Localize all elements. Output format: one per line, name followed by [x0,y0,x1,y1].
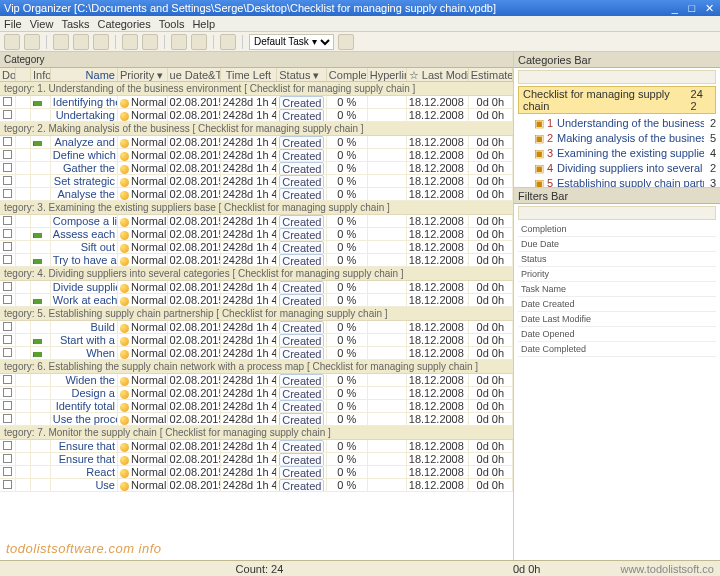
table-row[interactable]: Identify total Normal 02.08.2015 2428d 1… [0,400,513,413]
category-item[interactable]: ▣ 2 Making analysis of the business 5 [518,131,716,146]
toolbar-print-icon[interactable] [171,34,187,50]
table-row[interactable]: When Normal 02.08.2015 2428d 1h 41m Crea… [0,347,513,360]
table-row[interactable]: React Normal 02.08.2015 2428d 1h 41m Cre… [0,466,513,479]
done-checkbox[interactable] [3,454,12,463]
done-checkbox[interactable] [3,255,12,264]
column-header[interactable]: Info [31,68,51,81]
done-checkbox[interactable] [3,176,12,185]
menu-file[interactable]: File [4,18,22,30]
column-header[interactable]: Hyperlink [368,68,407,81]
task-grid[interactable]: tegory: 1. Understanding of the business… [0,82,513,560]
column-header[interactable]: Priority ▾ [118,68,168,81]
toolbar-category-icon[interactable] [220,34,236,50]
done-checkbox[interactable] [3,348,12,357]
table-row[interactable]: Design a Normal 02.08.2015 2428d 1h 41m … [0,387,513,400]
toolbar-find-icon[interactable] [191,34,207,50]
filter-item[interactable]: Priority [518,267,716,282]
done-checkbox[interactable] [3,216,12,225]
toolbar-redo-icon[interactable] [142,34,158,50]
menu-tools[interactable]: Tools [159,18,185,30]
done-checkbox[interactable] [3,401,12,410]
category-root[interactable]: Checklist for managing supply chain 24 2 [518,86,716,114]
done-checkbox[interactable] [3,467,12,476]
done-checkbox[interactable] [3,335,12,344]
filter-item[interactable]: Due Date [518,237,716,252]
filter-item[interactable]: Date Opened [518,327,716,342]
table-row[interactable]: Use Normal 02.08.2015 2428d 1h 41m Creat… [0,479,513,492]
done-checkbox[interactable] [3,242,12,251]
menu-view[interactable]: View [30,18,54,30]
group-header[interactable]: tegory: 1. Understanding of the business… [0,82,513,96]
filter-item[interactable]: Status [518,252,716,267]
filter-item[interactable]: Date Created [518,297,716,312]
table-row[interactable]: Analyze and Normal 02.08.2015 2428d 1h 4… [0,136,513,149]
table-row[interactable]: Start with a Normal 02.08.2015 2428d 1h … [0,334,513,347]
table-row[interactable]: Compose a list Normal 02.08.2015 2428d 1… [0,215,513,228]
done-checkbox[interactable] [3,295,12,304]
table-row[interactable]: Divide supplier Normal 02.08.2015 2428d … [0,281,513,294]
table-row[interactable]: Analyse the Normal 02.08.2015 2428d 1h 4… [0,188,513,201]
table-row[interactable]: Undertaking Normal 02.08.2015 2428d 1h 4… [0,109,513,122]
table-row[interactable]: Try to have as Normal 02.08.2015 2428d 1… [0,254,513,267]
table-row[interactable]: Build Normal 02.08.2015 2428d 1h 41m Cre… [0,321,513,334]
group-header[interactable]: tegory: 6. Establishing the supply chain… [0,360,513,374]
category-item[interactable]: ▣ 4 Dividing suppliers into several cate… [518,161,716,176]
toolbar-cut-icon[interactable] [53,34,69,50]
done-checkbox[interactable] [3,163,12,172]
done-checkbox[interactable] [3,137,12,146]
category-item[interactable]: ▣ 3 Examining the existing suppliers bas… [518,146,716,161]
table-row[interactable]: Set strategic Normal 02.08.2015 2428d 1h… [0,175,513,188]
menu-help[interactable]: Help [192,18,215,30]
done-checkbox[interactable] [3,441,12,450]
done-checkbox[interactable] [3,189,12,198]
filters-toolbar[interactable] [518,206,716,220]
toolbar-new-icon[interactable] [4,34,20,50]
table-row[interactable]: Ensure that Normal 02.08.2015 2428d 1h 4… [0,440,513,453]
tab-category[interactable]: Category [0,52,513,68]
column-header[interactable]: Done [0,68,16,81]
maximize-button[interactable]: □ [685,0,699,16]
column-header[interactable]: Status ▾ [277,68,327,81]
group-header[interactable]: tegory: 4. Dividing suppliers into sever… [0,267,513,281]
done-checkbox[interactable] [3,414,12,423]
toolbar-copy-icon[interactable] [73,34,89,50]
group-header[interactable]: tegory: 7. Monitor the supply chain [ Ch… [0,426,513,440]
done-checkbox[interactable] [3,480,12,489]
toolbar-undo-icon[interactable] [122,34,138,50]
column-header[interactable]: Complete [327,68,368,81]
menu-categories[interactable]: Categories [98,18,151,30]
toolbar-paste-icon[interactable] [93,34,109,50]
category-item[interactable]: ▣ 5 Establishing supply chain partnershi… [518,176,716,188]
column-header[interactable]: ue Date&Tim ▾ [168,68,221,81]
done-checkbox[interactable] [3,322,12,331]
close-button[interactable]: ✕ [702,0,716,16]
table-row[interactable]: Use the process Normal 02.08.2015 2428d … [0,413,513,426]
done-checkbox[interactable] [3,282,12,291]
filter-item[interactable]: Task Name [518,282,716,297]
filter-item[interactable]: Date Completed [518,342,716,357]
menu-tasks[interactable]: Tasks [61,18,89,30]
filter-item[interactable]: Date Last Modifie [518,312,716,327]
categories-toolbar[interactable] [518,70,716,84]
group-header[interactable]: tegory: 3. Examining the existing suppli… [0,201,513,215]
table-row[interactable]: Assess each of Normal 02.08.2015 2428d 1… [0,228,513,241]
done-checkbox[interactable] [3,97,12,106]
toolbar-refresh-icon[interactable] [338,34,354,50]
table-row[interactable]: Ensure that Normal 02.08.2015 2428d 1h 4… [0,453,513,466]
column-header[interactable]: Time Left [221,68,278,81]
table-row[interactable]: Gather the Normal 02.08.2015 2428d 1h 41… [0,162,513,175]
task-mode-select[interactable]: Default Task ▾ [249,34,334,50]
table-row[interactable]: Define which Normal 02.08.2015 2428d 1h … [0,149,513,162]
filter-item[interactable]: Completion [518,222,716,237]
column-header[interactable]: ☆ Last Modif ▾ [407,68,469,81]
table-row[interactable]: Widen the Normal 02.08.2015 2428d 1h 41m… [0,374,513,387]
category-item[interactable]: ▣ 1 Understanding of the business enviro… [518,116,716,131]
done-checkbox[interactable] [3,110,12,119]
column-header[interactable] [16,68,31,81]
table-row[interactable]: Work at each of Normal 02.08.2015 2428d … [0,294,513,307]
minimize-button[interactable]: _ [668,0,682,16]
column-header[interactable]: Name [51,68,118,81]
column-header[interactable]: Estimated Time [469,68,513,81]
done-checkbox[interactable] [3,388,12,397]
table-row[interactable]: Sift out Normal 02.08.2015 2428d 1h 41m … [0,241,513,254]
